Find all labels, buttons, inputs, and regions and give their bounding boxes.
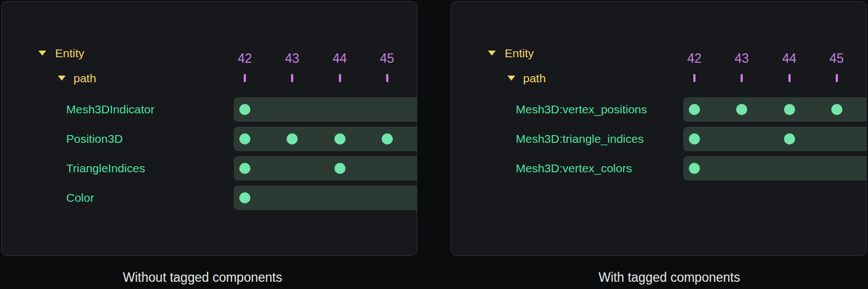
timeline-row[interactable]: [683, 127, 866, 151]
timeline-tick-mark: [386, 74, 388, 82]
data-event-dot: [689, 163, 700, 174]
component-label[interactable]: Position3D: [66, 133, 123, 145]
timeline-row[interactable]: [234, 127, 417, 151]
expand-arrow-icon[interactable]: [38, 51, 46, 56]
timeline-tick-label: 42: [687, 52, 702, 65]
timeline-row[interactable]: [234, 97, 417, 122]
data-event-dot: [334, 163, 346, 174]
component-label[interactable]: Mesh3D:vertex_positions: [516, 103, 647, 116]
tree-item-path[interactable]: path: [523, 72, 546, 84]
data-event-dot: [382, 133, 393, 144]
timeline-row[interactable]: [234, 186, 417, 210]
timeline-tick-label: 45: [830, 52, 844, 65]
timeline-tick-label: 43: [734, 52, 749, 65]
expand-arrow-icon[interactable]: [58, 76, 66, 81]
component-label[interactable]: Mesh3D:triangle_indices: [516, 133, 644, 145]
panel-without-tagged-components: Entity path 42 43 44 45 Mesh3DIndicator …: [1, 1, 417, 256]
timeline-tick-label: 42: [238, 52, 252, 65]
comparison-figure: Entity path 42 43 44 45 Mesh3DIndicator …: [0, 0, 868, 289]
timeline-tick-mark: [788, 74, 791, 82]
caption-without-tagged: Without tagged components: [0, 270, 411, 285]
caption-with-tagged: With tagged components: [461, 270, 868, 285]
component-label[interactable]: Mesh3DIndicator: [66, 103, 155, 116]
timeline-row[interactable]: [683, 97, 866, 122]
component-label[interactable]: TriangleIndices: [66, 162, 145, 175]
data-event-dot: [334, 133, 346, 144]
timeline-tick-mark: [291, 74, 293, 82]
component-label[interactable]: Color: [66, 192, 94, 204]
timeline-tick-label: 45: [380, 52, 394, 65]
data-event-dot: [831, 104, 842, 115]
timeline-tick-mark: [244, 74, 246, 82]
timeline-tick-mark: [836, 74, 838, 82]
data-event-dot: [239, 192, 250, 203]
timeline-tick-mark: [339, 74, 341, 82]
data-event-dot: [689, 104, 700, 115]
expand-arrow-icon[interactable]: [507, 76, 515, 81]
data-event-dot: [239, 104, 250, 115]
timeline-tick-label: 44: [333, 52, 347, 65]
data-event-dot: [239, 133, 250, 144]
component-label[interactable]: Mesh3D:vertex_colors: [516, 162, 632, 175]
timeline-tick-label: 43: [285, 52, 299, 65]
data-event-dot: [736, 104, 747, 115]
data-event-dot: [239, 163, 250, 174]
data-event-dot: [689, 133, 700, 144]
timeline-tick-mark: [741, 74, 743, 82]
expand-arrow-icon[interactable]: [488, 51, 496, 56]
tree-item-path[interactable]: path: [73, 72, 96, 84]
timeline-row[interactable]: [683, 156, 866, 181]
data-event-dot: [287, 133, 298, 144]
panel-with-tagged-components: Entity path 42 43 44 45 Mesh3D:vertex_po…: [451, 1, 867, 256]
timeline-row[interactable]: [234, 156, 417, 181]
data-event-dot: [784, 104, 795, 115]
data-event-dot: [784, 133, 795, 144]
timeline-tick-mark: [693, 74, 696, 82]
tree-item-entity[interactable]: Entity: [55, 47, 85, 59]
timeline-tick-label: 44: [782, 52, 797, 65]
tree-item-entity[interactable]: Entity: [505, 47, 534, 59]
